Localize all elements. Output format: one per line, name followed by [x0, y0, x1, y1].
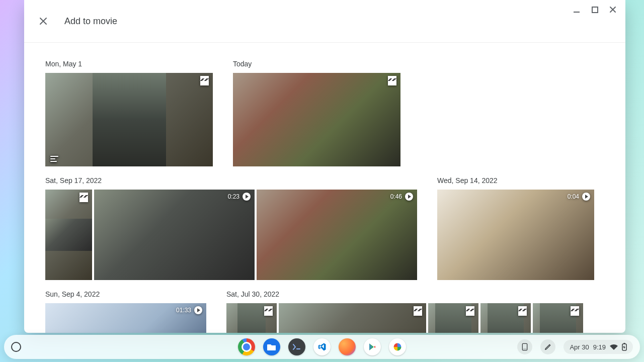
- page-title: Add to movie: [64, 16, 117, 27]
- shelf: Apr 30 9:19: [4, 335, 640, 359]
- system-tray: Apr 30 9:19: [517, 339, 640, 354]
- media-thumbnail[interactable]: [45, 190, 92, 280]
- media-thumbnail[interactable]: 0:23: [94, 190, 255, 280]
- media-thumbnail[interactable]: 0:46: [257, 190, 417, 280]
- wifi-icon: [610, 344, 618, 350]
- movie-badge: [466, 306, 474, 313]
- clapperboard-icon: [264, 306, 273, 313]
- clapperboard-icon: [388, 76, 396, 83]
- date-section: Mon, May 1: [45, 60, 213, 166]
- clapperboard-icon: [414, 306, 422, 313]
- header: Add to movie: [24, 0, 625, 43]
- close-icon[interactable]: [36, 14, 50, 28]
- play-icon: [582, 193, 590, 201]
- vscode-icon[interactable]: [313, 338, 331, 355]
- svg-rect-4: [523, 348, 527, 350]
- movie-badge: [414, 306, 422, 313]
- clapperboard-icon: [79, 193, 88, 200]
- files-icon[interactable]: [263, 338, 280, 355]
- section-label[interactable]: Mon, May 1: [45, 60, 213, 68]
- movie-badge: [388, 76, 396, 83]
- media-thumbnail[interactable]: [45, 73, 213, 166]
- media-thumbnail[interactable]: [533, 303, 583, 333]
- section-label[interactable]: Sat, Sep 17, 2022: [45, 176, 417, 185]
- media-thumbnail[interactable]: [233, 73, 400, 166]
- window-controls: [572, 5, 617, 14]
- play-icon: [243, 193, 251, 201]
- window-minimize-button[interactable]: [572, 5, 581, 14]
- notes-icon: [50, 156, 58, 162]
- photo-picker-content[interactable]: Mon, May 1 Today: [24, 43, 625, 333]
- play-icon: [405, 193, 413, 201]
- clapperboard-icon: [466, 306, 474, 313]
- media-thumbnail[interactable]: [480, 303, 531, 333]
- window-close-button[interactable]: [608, 5, 617, 14]
- caption-badge: [50, 156, 58, 162]
- section-label[interactable]: Sun, Sep 4, 2022: [45, 290, 206, 298]
- date-section: Sat, Sep 17, 2022 0:23: [45, 176, 417, 280]
- svg-rect-2: [296, 348, 300, 349]
- duration-label: 01:33: [176, 307, 191, 314]
- play-icon: [194, 306, 202, 314]
- media-thumbnail[interactable]: [226, 303, 277, 333]
- movie-badge: [79, 193, 88, 200]
- section-label[interactable]: Wed, Sep 14, 2022: [437, 176, 594, 185]
- chrome-icon[interactable]: [238, 338, 255, 355]
- svg-rect-1: [592, 7, 598, 13]
- media-thumbnail[interactable]: [428, 303, 478, 333]
- video-duration-badge: 0:46: [390, 193, 413, 201]
- movie-badge: [571, 306, 579, 313]
- launcher-button[interactable]: [11, 342, 21, 352]
- terminal-icon[interactable]: [288, 338, 305, 355]
- status-area[interactable]: Apr 30 9:19: [564, 340, 633, 354]
- shelf-apps: [238, 338, 406, 355]
- window-maximize-button[interactable]: [590, 5, 599, 14]
- svg-rect-6: [624, 343, 625, 344]
- video-duration-badge: 0:04: [568, 193, 590, 201]
- media-thumbnail[interactable]: [279, 303, 426, 333]
- media-thumbnail[interactable]: 0:04: [437, 190, 594, 280]
- photos-icon[interactable]: [389, 338, 406, 355]
- section-label[interactable]: Sat, Jul 30, 2022: [226, 290, 604, 298]
- svg-rect-0: [574, 12, 580, 13]
- duration-label: 0:04: [568, 193, 579, 200]
- video-duration-badge: 0:23: [228, 193, 251, 201]
- date-section: Sat, Jul 30, 2022: [226, 290, 604, 333]
- shelf-date: Apr 30: [570, 343, 589, 351]
- pen-icon[interactable]: [540, 339, 555, 354]
- duration-label: 0:23: [228, 193, 239, 200]
- movie-badge: [518, 306, 527, 313]
- firefox-icon[interactable]: [339, 338, 356, 355]
- section-label[interactable]: Today: [233, 60, 400, 68]
- media-thumbnail[interactable]: 01:33: [45, 303, 206, 333]
- shelf-time: 9:19: [593, 343, 606, 351]
- date-section: Sun, Sep 4, 2022 01:33: [45, 290, 206, 333]
- clapperboard-icon: [571, 306, 579, 313]
- battery-icon: [622, 343, 627, 351]
- movie-badge: [200, 76, 209, 83]
- play-store-icon[interactable]: [364, 338, 381, 355]
- duration-label: 0:46: [390, 193, 402, 200]
- clapperboard-icon: [200, 76, 209, 83]
- video-duration-badge: 01:33: [176, 306, 202, 314]
- app-window: Add to movie Mon, May 1 Today: [24, 0, 625, 333]
- phone-hub-icon[interactable]: [517, 339, 532, 354]
- date-section: Today: [233, 60, 400, 166]
- clapperboard-icon: [518, 306, 527, 313]
- movie-badge: [264, 306, 273, 313]
- date-section: Wed, Sep 14, 2022 0:04: [437, 176, 594, 280]
